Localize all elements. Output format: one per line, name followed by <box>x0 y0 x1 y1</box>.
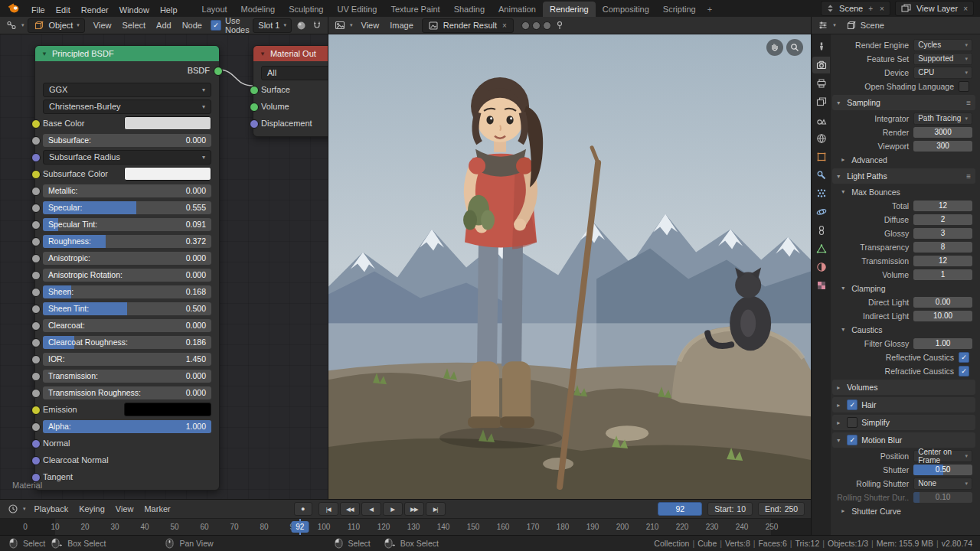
next-keyframe-button[interactable]: ▶▶ <box>404 502 424 516</box>
motion-blur-checkbox[interactable] <box>847 435 858 445</box>
frame-start-field[interactable]: Start: 10 <box>707 502 753 516</box>
hair-checkbox[interactable] <box>847 399 858 410</box>
subsurface-color-socket[interactable] <box>31 170 41 179</box>
metallic-socket[interactable] <box>31 187 41 196</box>
view-layer-properties-tab[interactable] <box>812 93 830 110</box>
subpanel-advanced[interactable]: ▸Advanced <box>832 153 975 166</box>
menu-render[interactable]: Render <box>76 3 114 17</box>
transmission-socket[interactable] <box>31 372 41 381</box>
current-frame-chip[interactable]: 92 <box>291 521 309 533</box>
current-frame-field[interactable]: 92 <box>658 502 702 516</box>
use-nodes-checkbox[interactable] <box>211 20 221 31</box>
output-target-dropdown[interactable]: All <box>261 66 328 80</box>
total-field[interactable]: 12 <box>913 201 972 211</box>
alpha-socket[interactable] <box>31 422 41 432</box>
normal-socket[interactable] <box>31 439 41 448</box>
properties-editor-type-icon[interactable] <box>816 19 830 31</box>
alpha-slider[interactable]: Alpha:1.000 <box>43 420 211 433</box>
material-output-node[interactable]: ▼ Material Out All SurfaceVolumeDisplace… <box>253 45 328 137</box>
remove-view-layer-button[interactable]: × <box>962 5 969 13</box>
sheen-socket[interactable] <box>31 288 41 297</box>
sheen-tint-slider[interactable]: Sheen Tint:0.500 <box>43 302 211 315</box>
material-properties-tab[interactable] <box>812 259 830 276</box>
prev-keyframe-button[interactable]: ◀◀ <box>340 502 360 516</box>
menu-keying[interactable]: Keying <box>74 502 110 516</box>
collapse-node-icon[interactable]: ▼ <box>260 51 266 57</box>
ggx-dropdown[interactable]: GGX <box>43 83 211 97</box>
unlink-image-button[interactable]: × <box>501 21 508 30</box>
scene-selector[interactable]: Scene + × <box>821 1 890 16</box>
view-layer-selector[interactable]: View Layer × <box>895 1 974 16</box>
tool-properties-tab[interactable] <box>812 38 830 55</box>
subsurface-radius-socket[interactable] <box>31 153 41 162</box>
workspace-tab-shading[interactable]: Shading <box>447 2 492 17</box>
play-button[interactable]: ▶ <box>383 502 403 516</box>
menu-view[interactable]: View <box>356 18 385 32</box>
subpanel-caustics[interactable]: ▾Caustics <box>832 323 975 336</box>
filter-glossy-field[interactable]: 1.00 <box>913 338 972 349</box>
scene-browse-icon[interactable] <box>825 3 835 14</box>
bsdf-output-socket[interactable] <box>214 67 223 76</box>
emission-socket[interactable] <box>31 406 41 415</box>
snapping-magnet-icon[interactable] <box>311 20 323 31</box>
workspace-tab-animation[interactable]: Animation <box>492 2 543 17</box>
principled-bsdf-node-header[interactable]: ▼ Principled BSDF <box>35 46 219 61</box>
render-properties-tab[interactable] <box>812 57 830 73</box>
anisotropic-rotation-socket[interactable] <box>31 271 41 280</box>
simplify-checkbox[interactable] <box>847 417 858 428</box>
texture-properties-tab[interactable] <box>812 277 830 294</box>
menu-playback[interactable]: Playback <box>29 502 74 516</box>
subpanel-max-bounces[interactable]: ▾Max Bounces <box>832 185 975 198</box>
indirect-light-field[interactable]: 10.00 <box>913 311 972 321</box>
blender-logo-icon[interactable] <box>6 2 21 15</box>
menu-edit[interactable]: Edit <box>51 3 76 17</box>
workspace-tab-sculpting[interactable]: Sculpting <box>282 2 330 17</box>
channel-color-icon[interactable] <box>532 21 541 30</box>
workspace-tab-scripting[interactable]: Scripting <box>656 2 703 17</box>
transmission-roughness-socket[interactable] <box>31 389 41 398</box>
workspace-tab-uv-editing[interactable]: UV Editing <box>330 2 384 17</box>
panel-simplify[interactable]: ▸Simplify <box>832 415 975 430</box>
material-output-node-header[interactable]: ▼ Material Out <box>253 46 328 61</box>
object-data-properties-tab[interactable] <box>812 240 830 257</box>
panel-light-paths[interactable]: ▾Light Paths≡ <box>832 168 975 184</box>
panel-sampling[interactable]: ▾Sampling≡ <box>832 95 975 110</box>
rolling-shutter-dropdown[interactable]: None <box>913 478 972 490</box>
position-dropdown[interactable]: Center on Frame <box>913 450 972 462</box>
pin-icon[interactable] <box>554 20 565 31</box>
timeline-ruler[interactable]: 92 0102030405060708090100110120130140150… <box>0 518 811 535</box>
roughness-slider[interactable]: Roughness:0.372 <box>43 235 211 248</box>
shader-mode-dropdown[interactable]: Object <box>28 18 85 33</box>
subsurface-slider[interactable]: Subsurface:0.000 <box>43 134 211 147</box>
direct-light-field[interactable]: 0.00 <box>913 297 972 308</box>
feature-set-dropdown[interactable]: Supported <box>913 53 972 65</box>
modifiers-properties-tab[interactable] <box>812 167 830 184</box>
transparency-field[interactable]: 8 <box>913 242 972 253</box>
anisotropic-socket[interactable] <box>31 254 41 263</box>
clearcoat-roughness-socket[interactable] <box>31 338 41 347</box>
scene-properties-tab[interactable] <box>812 112 830 129</box>
record-button[interactable]: ● <box>294 502 312 516</box>
menu-file[interactable]: File <box>26 3 51 17</box>
clearcoat-normal-socket[interactable] <box>31 456 41 465</box>
panel-hair[interactable]: ▸Hair <box>832 397 975 412</box>
transmission-field[interactable]: 12 <box>913 256 972 266</box>
subpanel-shutter-curve[interactable]: ▸Shutter Curve <box>832 504 975 517</box>
device-dropdown[interactable]: CPU <box>913 67 972 79</box>
metallic-slider[interactable]: Metallic:0.000 <box>43 184 211 197</box>
channel-alpha-icon[interactable] <box>543 21 551 30</box>
anisotropic-slider[interactable]: Anisotropic:0.000 <box>43 252 211 265</box>
roughness-socket[interactable] <box>31 237 41 246</box>
subpanel-clamping[interactable]: ▾Clamping <box>832 282 975 295</box>
ior-slider[interactable]: IOR:1.450 <box>43 353 211 366</box>
timeline-editor-type-icon[interactable] <box>6 503 20 515</box>
displacement-socket[interactable] <box>250 119 259 129</box>
physics-properties-tab[interactable] <box>812 204 830 220</box>
menu-add[interactable]: Add <box>151 18 177 32</box>
emission-swatch[interactable] <box>124 403 211 416</box>
open-shading-language-checkbox[interactable] <box>959 81 969 92</box>
menu-help[interactable]: Help <box>155 3 183 17</box>
subsurface-color-swatch[interactable] <box>124 167 211 181</box>
jump-last-button[interactable]: ▶| <box>426 502 446 516</box>
specular-tint-slider[interactable]: Specular Tint:0.091 <box>43 218 211 231</box>
